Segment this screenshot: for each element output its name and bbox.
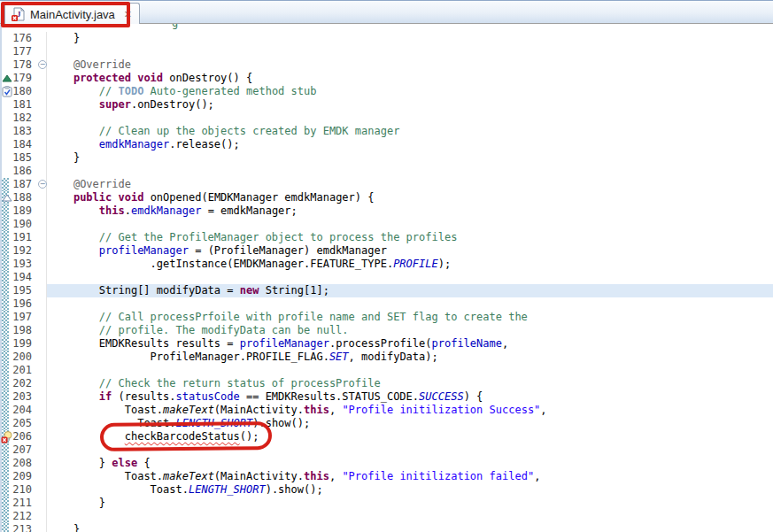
line-number[interactable]: 182 [12,112,32,125]
code-line[interactable]: 199 EMDKResults results = profileManager… [0,337,773,351]
code-line[interactable]: 188 public void onOpened(EMDKManager emd… [0,191,773,204]
line-number[interactable]: 205 [12,417,32,430]
code-line[interactable]: 180 // TODO Auto-generated method stub [0,85,773,98]
code-line[interactable]: 202 // Check the return status of proces… [0,377,773,390]
code-line[interactable]: 186 [0,165,773,178]
code-line[interactable]: 201 [0,364,773,377]
line-number[interactable]: 191 [12,231,32,244]
code-line[interactable]: 194 [0,271,773,284]
line-number[interactable]: 192 [12,244,32,258]
line-number[interactable]: 197 [12,311,32,324]
code-line[interactable]: 179 protected void onDestroy() { [0,72,773,85]
code-segment: PROFILE [393,258,438,270]
line-number[interactable]: 194 [12,271,32,284]
code-line[interactable]: 209 Toast.makeText(MainActivity.this, "P… [0,470,773,483]
line-number[interactable]: 211 [12,497,32,510]
line-number[interactable]: 202 [12,377,32,390]
fold-collapse-icon[interactable]: − [38,180,47,189]
line-number[interactable]: 187 [12,178,32,191]
line-number[interactable]: 196 [12,297,32,311]
line-number[interactable]: 208 [12,457,32,470]
line-number[interactable]: 183 [12,125,32,138]
line-number[interactable]: 185 [12,151,32,165]
folding-column [39,470,47,483]
line-number[interactable]: 204 [12,404,32,417]
line-number[interactable]: 213 [12,523,32,532]
line-number[interactable]: 179 [12,72,32,85]
line-number[interactable]: 212 [12,510,32,523]
code-text: checkBarcodeStatus(); [47,430,773,443]
implements-arrow-icon[interactable] [1,192,13,204]
code-line[interactable]: 211 } [0,497,773,510]
code-line[interactable]: 192 profileManager = (ProfileManager) em… [0,244,773,258]
code-line[interactable]: 206 checkBarcodeStatus(); [0,430,773,443]
line-number[interactable]: 180 [12,85,32,98]
code-line[interactable]: 193 .getInstance(EMDKManager.FEATURE_TYP… [0,258,773,271]
line-number[interactable]: 184 [12,138,32,151]
line-number[interactable]: 209 [12,470,32,483]
code-line[interactable]: 213 } [0,523,773,532]
code-line[interactable]: 177 [0,45,773,58]
line-number[interactable]: 198 [12,324,32,337]
code-line[interactable]: 207 [0,443,773,457]
error-quickfix-bulb-icon[interactable] [1,431,13,443]
code-line[interactable]: 189 this.emdkManager = emdkManager; [0,204,773,218]
code-editor[interactable]: g 176 }177178− @Override179 protected vo… [0,24,773,532]
line-number[interactable]: 210 [12,483,32,497]
code-segment: ); [438,258,451,270]
code-line[interactable]: 195 String[] modifyData = new String[1]; [0,284,773,297]
line-number[interactable]: 186 [12,165,32,178]
gutter: 208 [0,457,39,470]
task-marker-icon[interactable] [1,86,13,97]
line-number[interactable]: 190 [12,218,32,231]
line-number[interactable]: 193 [12,258,32,271]
code-line[interactable]: 205 Toast.LENGTH_SHORT).show(); [0,417,773,430]
code-line[interactable]: 191 // Get the ProfileManager object to … [0,231,773,244]
code-line[interactable]: 178− @Override [0,58,773,72]
code-line[interactable]: 196 [0,297,773,311]
line-number[interactable]: 188 [12,191,32,204]
code-line[interactable]: 182 [0,112,773,125]
line-number[interactable]: 203 [12,390,32,404]
line-number[interactable]: 176 [12,32,32,45]
code-line[interactable]: 212 [0,510,773,523]
code-line[interactable]: 210 Toast.LENGTH_SHORT).show(); [0,483,773,497]
code-text: String[] modifyData = new String[1]; [47,284,773,297]
line-number[interactable]: 206 [12,430,32,443]
line-number[interactable]: 178 [12,58,32,72]
line-number[interactable]: 199 [12,337,32,351]
tab-mainactivity-java[interactable]: J MainActivity.java ✕ [4,3,140,25]
line-number[interactable]: 195 [12,284,32,297]
line-number[interactable]: 200 [12,351,32,364]
code-line[interactable]: 208 } else { [0,457,773,470]
overrides-arrow-icon[interactable] [1,73,13,84]
code-line[interactable]: 176 } [0,32,773,45]
code-line[interactable]: 204 Toast.makeText(MainActivity.this, "P… [0,404,773,417]
code-line[interactable]: 184 emdkManager.release(); [0,138,773,151]
code-text [47,218,773,231]
line-number[interactable]: 201 [12,364,32,377]
code-text: // TODO Auto-generated method stub [47,85,773,98]
folding-column [39,72,47,85]
gutter: 200 [0,351,39,364]
code-line[interactable]: 197 // Call processPrfoile with profile … [0,311,773,324]
code-line[interactable]: 185 } [0,151,773,165]
code-line[interactable]: 198 // profile. The modifyData can be nu… [0,324,773,337]
line-number[interactable]: 181 [12,98,32,112]
line-number[interactable]: 207 [12,443,32,457]
code-line[interactable]: 200 ProfileManager.PROFILE_FLAG.SET, mod… [0,351,773,364]
code-line[interactable]: 183 // Clean up the objects created by E… [0,125,773,138]
code-line[interactable]: 181 super.onDestroy(); [0,98,773,112]
code-line[interactable]: 190 [0,218,773,231]
gutter: 196 [0,297,39,311]
code-line[interactable]: 203 if (results.statusCode == EMDKResult… [0,390,773,404]
code-line[interactable]: 187− @Override [0,178,773,191]
tab-close-icon[interactable]: ✕ [124,9,132,20]
folding-column [39,85,47,98]
code-segment: } [48,457,112,469]
folding-column [39,125,47,138]
line-number[interactable]: 177 [12,45,32,58]
line-number[interactable]: 189 [12,204,32,218]
fold-collapse-icon[interactable]: − [38,60,47,69]
code-text: @Override [47,58,773,72]
